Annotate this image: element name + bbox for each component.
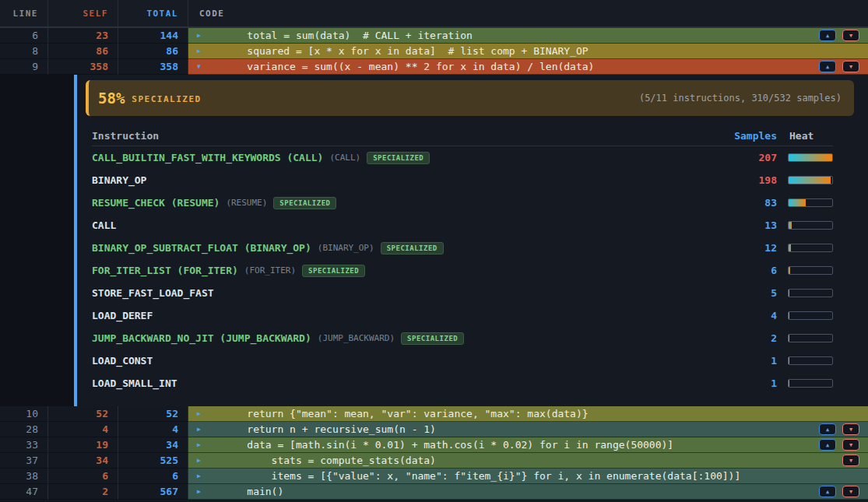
self-samples: 52 [48,406,118,422]
row-nav-buttons: ▼ [842,455,859,466]
specialized-badge: SPECIALIZED [401,332,464,345]
instruction-samples: 6 [715,265,777,276]
jump-up-button[interactable]: ▲ [819,439,836,451]
code-cell[interactable]: ▶ stats = compute_stats(data)▼ [188,453,868,469]
self-samples: 358 [48,59,118,75]
self-samples: 86 [48,44,118,59]
code-cell[interactable]: ▶ return {"mean": mean, "var": variance,… [188,406,868,422]
code-cell[interactable]: ▶ squared = [x * x for x in data] # list… [188,44,868,59]
jump-up-button[interactable]: ▲ [819,423,836,435]
heat-bar [788,153,833,162]
code-row: 2844▶ return n + recursive_sum(n - 1)▲▼ [0,422,868,437]
heat-bar-fill [789,267,790,274]
total-samples: 358 [118,59,188,75]
row-nav-buttons: ▲▼ [819,30,859,41]
instruction-name: JUMP_BACKWARD_NO_JIT (JUMP_BACKWARD) [92,332,311,344]
code-cell[interactable]: ▶ return n + recursive_sum(n - 1)▲▼ [188,422,868,437]
instruction-samples: 207 [715,152,777,163]
instruction-base-opcode: (FOR_ITER) [244,265,296,276]
self-samples: 2 [48,484,118,500]
jump-down-button[interactable]: ▼ [842,455,859,466]
jump-down-button[interactable]: ▼ [842,61,859,72]
column-header-code: CODE [188,0,868,26]
instruction-row: STORE_FAST_LOAD_FAST5 [92,282,833,304]
heat-bar-fill [789,177,831,184]
heat-bar [788,356,833,365]
instruction-row: CALL13 [92,214,833,237]
self-samples: 4 [48,422,118,437]
heat-bar-fill [789,290,789,297]
expand-icon[interactable]: ▶ [197,422,201,437]
instruction-name-group: CALL [92,219,715,231]
code-rows-bottom: 105252▶ return {"mean": mean, "var": var… [0,406,868,500]
collapse-icon[interactable]: ▼ [197,59,201,74]
instruction-name-group: LOAD_SMALL_INT [92,377,715,389]
instruction-name: BINARY_OP [92,174,146,186]
heat-bar [788,266,833,275]
specialized-badge: SPECIALIZED [302,265,365,277]
code-row: 9358358▼ variance = sum((x - mean) ** 2 … [0,59,868,75]
expand-icon[interactable]: ▶ [197,437,201,452]
code-row: 105252▶ return {"mean": mean, "var": var… [0,406,868,422]
heat-bar [788,289,833,297]
expand-icon[interactable]: ▶ [197,469,201,483]
instruction-base-opcode: (CALL) [329,153,360,163]
row-nav-buttons: ▲▼ [819,439,859,451]
code-cell[interactable]: ▶ data = [math.sin(i * 0.01) + math.cos(… [188,437,868,453]
expand-icon[interactable]: ▶ [197,44,201,58]
instruction-row: FOR_ITER_LIST (FOR_ITER)(FOR_ITER)SPECIA… [92,259,833,282]
heat-bar [788,311,833,320]
code-text: return n + recursive_sum(n - 1) [223,422,436,437]
instruction-table: Instruction Samples Heat CALL_BUILTIN_FA… [92,125,833,395]
jump-down-button[interactable]: ▼ [842,423,859,435]
jump-up-button[interactable]: ▲ [819,486,836,497]
specialized-percent: 58% [98,90,125,107]
code-cell[interactable]: ▶ total = sum(data) # CALL + iteration▲▼ [188,28,868,44]
heat-bar-fill [789,222,792,229]
heat-bar-fill [789,335,789,342]
jump-up-button[interactable]: ▲ [819,61,836,72]
instruction-samples: 83 [715,197,777,209]
self-samples: 34 [48,453,118,469]
specialized-detail: (5/11 instructions, 310/532 samples) [639,93,842,104]
jump-down-button[interactable]: ▼ [842,486,859,497]
row-nav-buttons: ▲▼ [819,61,859,72]
jump-up-button[interactable]: ▲ [819,30,836,41]
expand-icon[interactable]: ▶ [197,484,201,499]
code-cell[interactable]: ▼ variance = sum((x - mean) ** 2 for x i… [188,59,868,75]
instruction-name-group: BINARY_OP [92,174,715,186]
expand-icon[interactable]: ▶ [197,28,201,43]
expand-icon[interactable]: ▶ [197,453,201,468]
instruction-name: LOAD_SMALL_INT [92,377,177,389]
instruction-name: STORE_FAST_LOAD_FAST [92,287,214,299]
line-number: 10 [0,406,48,422]
specialization-summary-banner: 58% SPECIALIZED (5/11 instructions, 310/… [86,80,854,116]
instruction-name: LOAD_DEREF [92,310,153,321]
code-row: 88686▶ squared = [x * x for x in data] #… [0,44,868,59]
instruction-base-opcode: (RESUME) [226,198,267,208]
expand-icon[interactable]: ▶ [197,406,201,421]
instruction-samples: 5 [715,287,777,299]
column-header-line: LINE [0,0,48,26]
heat-bar-fill [789,244,791,251]
instruction-name-group: CALL_BUILTIN_FAST_WITH_KEYWORDS (CALL)(C… [92,152,715,164]
total-samples: 4 [118,422,188,437]
row-nav-buttons: ▲▼ [819,486,859,497]
jump-down-button[interactable]: ▼ [842,439,859,451]
instruction-name: LOAD_CONST [92,355,153,367]
instruction-samples: 198 [715,174,777,186]
row-nav-buttons: ▲▼ [819,423,859,435]
line-number: 47 [0,484,48,500]
heat-bar-fill [789,199,806,206]
line-number: 9 [0,59,48,75]
instruction-base-opcode: (BINARY_OP) [318,243,374,253]
instruction-samples: 4 [715,310,777,321]
instruction-name: RESUME_CHECK (RESUME) [92,197,220,209]
jump-down-button[interactable]: ▼ [842,30,859,41]
instruction-samples: 2 [715,332,777,344]
instruction-samples: 1 [715,355,777,367]
total-samples: 86 [118,44,188,59]
code-cell[interactable]: ▶ items = [{"value": x, "name": f"item_{… [188,469,868,484]
code-cell[interactable]: ▶ main()▲▼ [188,484,868,500]
instruction-name-group: RESUME_CHECK (RESUME)(RESUME)SPECIALIZED [92,197,715,209]
